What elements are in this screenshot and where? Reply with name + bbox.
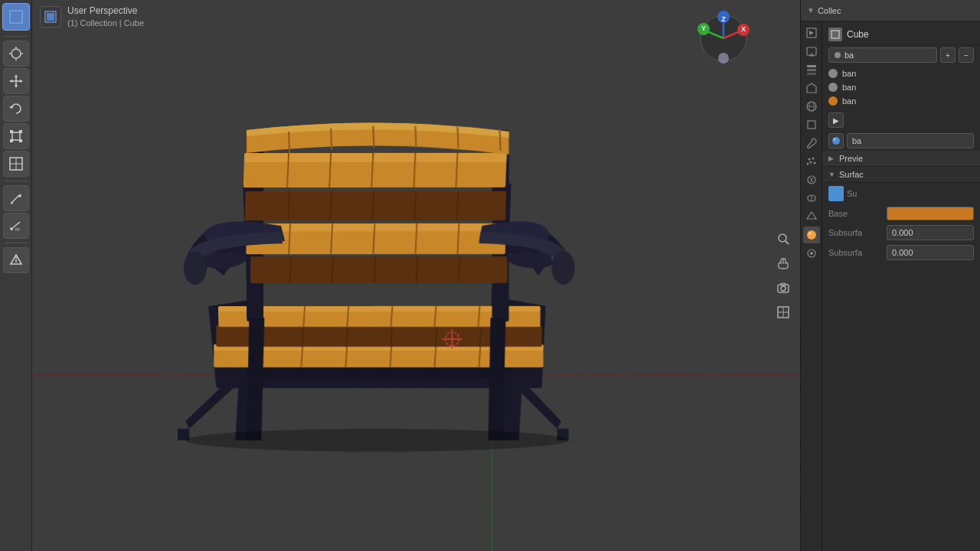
- zoom-icon-btn[interactable]: [773, 228, 794, 249]
- move-tool-btn[interactable]: [3, 68, 29, 94]
- svg-point-165: [808, 158, 810, 161]
- viewport-canvas: [32, 0, 800, 551]
- svg-rect-160: [807, 73, 816, 75]
- props-icon-object[interactable]: [803, 116, 820, 133]
- props-icon-object-data[interactable]: [803, 245, 820, 262]
- material-name-1: ban: [842, 69, 856, 78]
- props-header-icon: ▼: [807, 6, 815, 15]
- svg-point-176: [810, 252, 813, 255]
- section-preview[interactable]: ▶ Previe: [822, 151, 980, 167]
- svg-rect-157: [809, 55, 814, 57]
- base-color-input[interactable]: [887, 207, 974, 220]
- subsurface2-input[interactable]: 0.000: [887, 245, 974, 260]
- svg-line-22: [11, 195, 19, 203]
- subsurface-input[interactable]: 0.000: [887, 225, 974, 240]
- props-icon-constraints[interactable]: [803, 190, 820, 207]
- svg-marker-9: [15, 74, 18, 77]
- viewport-title: User Perspective (1) Collection | Cube: [67, 5, 144, 29]
- viewport-header: User Perspective (1) Collection | Cube: [32, 0, 800, 34]
- props-icon-physics[interactable]: [803, 171, 820, 188]
- material-color-dot-2: [828, 83, 838, 92]
- mode-button[interactable]: [2, 3, 30, 31]
- svg-marker-12: [20, 80, 23, 83]
- svg-rect-134: [47, 13, 54, 21]
- props-icon-material[interactable]: [803, 227, 820, 243]
- svg-point-181: [832, 190, 840, 197]
- svg-rect-96: [244, 153, 507, 162]
- props-panel-header: ▼ Collec: [801, 0, 980, 21]
- section-surface[interactable]: ▼ Surfac: [822, 167, 980, 183]
- svg-marker-11: [9, 80, 12, 83]
- shader-icon: [828, 133, 844, 148]
- props-icon-render[interactable]: [803, 24, 820, 41]
- shader-row: ba: [822, 131, 980, 151]
- material-name-2: ban: [842, 83, 856, 92]
- svg-line-125: [458, 127, 459, 148]
- ortho-icon-btn[interactable]: [773, 302, 794, 323]
- material-add-btn[interactable]: +: [940, 47, 956, 63]
- annotate-tool-btn[interactable]: [3, 185, 29, 211]
- svg-point-145: [718, 53, 729, 64]
- surface-arrow-icon: ▼: [828, 171, 836, 178]
- svg-point-166: [812, 158, 814, 160]
- svg-rect-177: [831, 31, 839, 38]
- right-panel: ▼ Collec: [800, 0, 980, 551]
- props-icon-viewlayer[interactable]: [803, 61, 820, 78]
- add-primitive-btn[interactable]: [3, 247, 29, 273]
- svg-point-174: [808, 232, 812, 235]
- play-btn[interactable]: ▶: [828, 112, 844, 128]
- surface-shader-hint: Su: [847, 189, 857, 198]
- props-icon-data[interactable]: [803, 208, 820, 225]
- material-selector[interactable]: ba: [828, 47, 937, 63]
- props-icon-output[interactable]: [803, 43, 820, 60]
- svg-point-168: [806, 163, 808, 165]
- main-layout: m: [0, 0, 980, 551]
- preview-arrow-icon: ▶: [828, 155, 836, 162]
- pan-icon-btn[interactable]: [773, 253, 794, 274]
- svg-rect-17: [10, 139, 13, 142]
- shader-selector[interactable]: ba: [847, 133, 974, 148]
- scale-tool-btn[interactable]: [3, 123, 29, 149]
- material-item-2[interactable]: ban: [822, 80, 980, 94]
- svg-line-122: [331, 129, 332, 150]
- svg-line-147: [786, 241, 789, 244]
- viewport-mode-label: User Perspective: [67, 5, 144, 18]
- surface-shader-row: Su: [822, 183, 980, 204]
- viewport[interactable]: User Perspective (1) Collection | Cube Z…: [32, 0, 800, 551]
- svg-line-124: [415, 126, 416, 148]
- transform-tool-btn[interactable]: [3, 151, 29, 177]
- object-name-label: Cube: [847, 29, 974, 40]
- viewport-mode-btn[interactable]: [40, 6, 61, 28]
- svg-marker-10: [15, 85, 18, 88]
- props-icon-modifier[interactable]: [803, 135, 820, 152]
- viewport-collection-label: (1) Collection | Cube: [67, 18, 144, 29]
- props-icon-particles[interactable]: [803, 153, 820, 170]
- svg-marker-13: [9, 106, 14, 109]
- svg-line-123: [373, 126, 374, 148]
- measure-tool-btn[interactable]: m: [3, 213, 29, 239]
- material-list: ban ban ban: [822, 65, 980, 109]
- svg-point-2: [11, 49, 21, 58]
- material-item-1[interactable]: ban: [822, 67, 980, 80]
- props-icon-world[interactable]: [803, 98, 820, 115]
- props-main: Cube ba + −: [801, 21, 980, 551]
- subsurface-label: Subsurfa: [828, 228, 882, 237]
- toolbar-separator-3: [5, 243, 28, 243]
- material-item-3[interactable]: ban: [822, 94, 980, 108]
- svg-point-31: [15, 257, 17, 259]
- props-icon-scene[interactable]: [803, 80, 820, 96]
- camera-icon-btn[interactable]: [773, 277, 794, 298]
- base-color-row: Base: [822, 204, 980, 223]
- cursor-tool-btn[interactable]: [3, 41, 29, 67]
- svg-point-128: [184, 251, 207, 285]
- svg-point-127: [185, 429, 568, 452]
- svg-point-149: [781, 286, 786, 291]
- svg-point-173: [807, 230, 816, 240]
- base-color-label: Base: [828, 209, 882, 218]
- material-remove-btn[interactable]: −: [959, 47, 974, 63]
- svg-line-121: [289, 132, 289, 153]
- rotate-tool-btn[interactable]: [3, 96, 29, 122]
- subsurface2-label: Subsurfa: [828, 248, 882, 257]
- svg-rect-158: [807, 65, 816, 67]
- svg-rect-164: [808, 121, 815, 129]
